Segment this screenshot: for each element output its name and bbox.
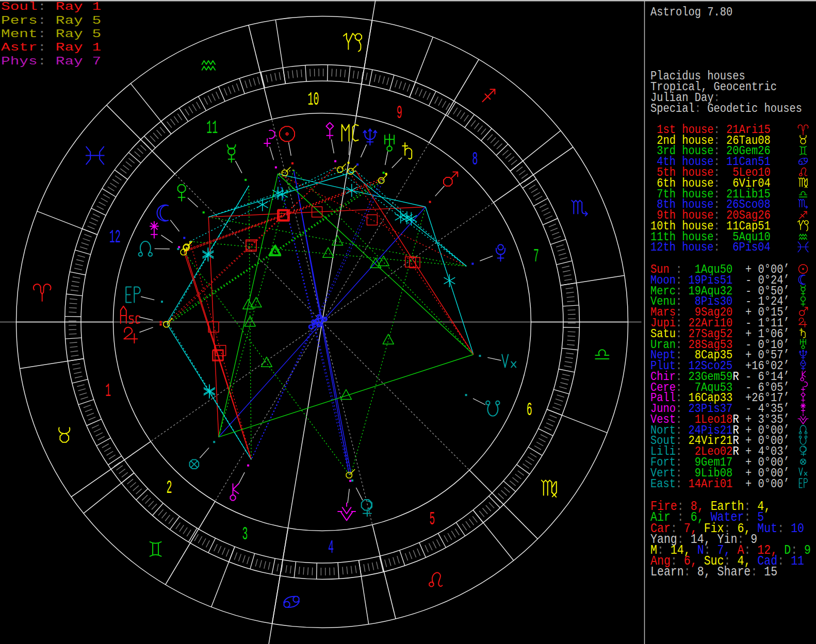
svg-text::: : bbox=[714, 241, 720, 254]
svg-text::: : bbox=[676, 477, 682, 490]
svg-text:Phys: Phys bbox=[1, 55, 38, 68]
svg-text::: : bbox=[38, 14, 47, 27]
svg-text:Ray 5: Ray 5 bbox=[46, 27, 101, 41]
svg-text:Ray 5: Ray 5 bbox=[46, 14, 101, 27]
svg-text:Geodetic houses: Geodetic houses bbox=[701, 102, 802, 115]
svg-text:9: 9 bbox=[397, 103, 402, 124]
svg-text:1: 1 bbox=[105, 380, 111, 402]
svg-text::: : bbox=[38, 55, 47, 68]
svg-text:15: 15 bbox=[757, 564, 777, 579]
svg-text:3: 3 bbox=[242, 524, 248, 546]
svg-text:Share: Share bbox=[711, 564, 751, 579]
svg-text:R: R bbox=[732, 445, 739, 458]
svg-text::: : bbox=[777, 553, 784, 568]
svg-text:Pers: Pers bbox=[1, 14, 38, 27]
svg-text:12th house: 12th house bbox=[650, 241, 714, 254]
svg-text:R: R bbox=[732, 370, 739, 384]
svg-text:4: 4 bbox=[328, 537, 334, 559]
svg-text:5: 5 bbox=[429, 508, 435, 530]
svg-text:14Ari01: 14Ari01 bbox=[689, 477, 733, 490]
svg-text:Ray 1: Ray 1 bbox=[46, 0, 101, 13]
svg-text:East: East bbox=[650, 477, 676, 490]
svg-text::: : bbox=[38, 41, 47, 54]
svg-text::: : bbox=[695, 102, 701, 115]
svg-text:Ray 7: Ray 7 bbox=[46, 55, 101, 68]
svg-text:8: 8 bbox=[472, 149, 478, 171]
svg-text:6Pis04: 6Pis04 bbox=[726, 241, 771, 254]
svg-text:11: 11 bbox=[206, 118, 218, 139]
svg-text::: : bbox=[38, 27, 47, 41]
svg-text:2: 2 bbox=[167, 477, 172, 499]
svg-text:Learn: Learn bbox=[650, 564, 684, 579]
svg-text:6: 6 bbox=[527, 399, 532, 421]
svg-text::: : bbox=[684, 564, 691, 579]
svg-text:Ment: Ment bbox=[1, 27, 38, 41]
svg-text:Ray 1: Ray 1 bbox=[46, 41, 101, 54]
svg-text:Astrolog 7.80: Astrolog 7.80 bbox=[650, 5, 732, 19]
svg-text:Astr: Astr bbox=[1, 41, 38, 54]
svg-text:10: 10 bbox=[307, 89, 319, 110]
svg-text:12: 12 bbox=[109, 227, 121, 249]
svg-text:10: 10 bbox=[784, 521, 804, 536]
svg-text::: : bbox=[750, 564, 757, 579]
svg-text:7: 7 bbox=[533, 246, 539, 268]
svg-text:11: 11 bbox=[784, 553, 804, 568]
svg-text:Soul: Soul bbox=[1, 0, 38, 13]
svg-text:Special: Special bbox=[650, 102, 695, 115]
svg-text:+ 0°00’: + 0°00’ bbox=[745, 477, 790, 490]
svg-text:8,: 8, bbox=[691, 564, 711, 579]
svg-text::: : bbox=[38, 0, 47, 13]
svg-text::: : bbox=[777, 521, 784, 536]
